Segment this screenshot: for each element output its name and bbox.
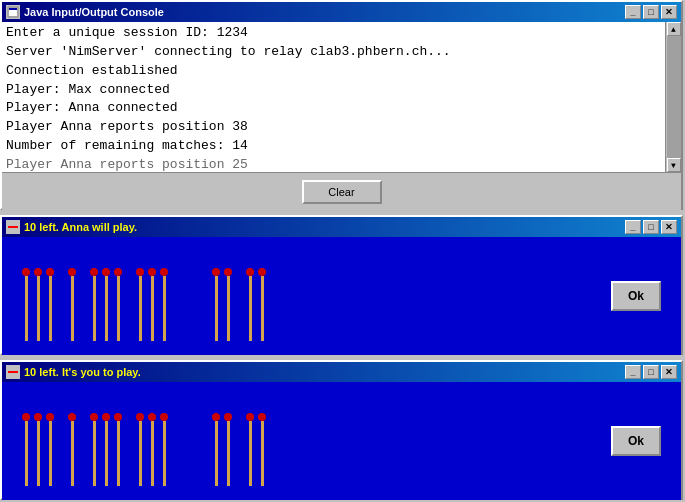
- match-stick: [163, 421, 166, 486]
- game-2-title-bar: 10 left. It's you to play. _ □ ✕: [2, 362, 681, 382]
- match-head: [22, 268, 30, 276]
- match-head: [22, 413, 30, 421]
- match: [160, 268, 168, 341]
- game-2-matches-area: [22, 396, 601, 486]
- game-1-ok-button[interactable]: Ok: [611, 281, 661, 311]
- match-head: [258, 268, 266, 276]
- match-head: [160, 413, 168, 421]
- scrollbar-up-button[interactable]: ▲: [667, 22, 681, 36]
- game-2-icon: [6, 365, 20, 379]
- match-head: [90, 413, 98, 421]
- game-2-window-controls: _ □ ✕: [625, 365, 677, 379]
- match-group-3: [90, 413, 126, 486]
- game-1-window-controls: _ □ ✕: [625, 220, 677, 234]
- match-stick: [37, 276, 40, 341]
- console-window: Java Input/Output Console _ □ ✕ Enter a …: [0, 0, 683, 210]
- match-head: [246, 268, 254, 276]
- game-2-ok-button[interactable]: Ok: [611, 426, 661, 456]
- match: [22, 413, 30, 486]
- match-head: [246, 413, 254, 421]
- match-stick: [139, 421, 142, 486]
- scrollbar-track[interactable]: [667, 36, 681, 158]
- game-1-matches-area: [22, 251, 601, 341]
- game-2-title-text: 10 left. It's you to play.: [24, 366, 625, 378]
- match-stick: [49, 421, 52, 486]
- match-head: [224, 413, 232, 421]
- match-head: [114, 413, 122, 421]
- match-group-2: [68, 413, 80, 486]
- game-1-body: Ok: [2, 237, 681, 355]
- match-stick: [37, 421, 40, 486]
- match-stick: [71, 421, 74, 486]
- console-minimize-button[interactable]: _: [625, 5, 641, 19]
- clear-button[interactable]: Clear: [302, 180, 382, 204]
- console-scrollbar[interactable]: ▲ ▼: [665, 22, 681, 172]
- match-head: [136, 413, 144, 421]
- game-1-title-bar: 10 left. Anna will play. _ □ ✕: [2, 217, 681, 237]
- match: [160, 413, 168, 486]
- console-line-5: Player: Anna connected: [6, 99, 661, 118]
- match: [246, 268, 254, 341]
- match-head: [46, 268, 54, 276]
- console-maximize-button[interactable]: □: [643, 5, 659, 19]
- match-stick: [215, 421, 218, 486]
- match-group-1: [22, 268, 58, 341]
- match-stick: [151, 421, 154, 486]
- match-group-4: [136, 413, 172, 486]
- console-close-button[interactable]: ✕: [661, 5, 677, 19]
- game-2-close-button[interactable]: ✕: [661, 365, 677, 379]
- console-window-controls: _ □ ✕: [625, 5, 677, 19]
- match-head: [224, 268, 232, 276]
- game-1-close-button[interactable]: ✕: [661, 220, 677, 234]
- match-head: [212, 268, 220, 276]
- match: [148, 413, 156, 486]
- match-stick: [261, 421, 264, 486]
- match-head: [148, 268, 156, 276]
- svg-rect-6: [8, 371, 18, 373]
- match-group-4: [136, 268, 172, 341]
- match-stick: [227, 276, 230, 341]
- console-line-2: Server 'NimServer' connecting to relay c…: [6, 43, 661, 62]
- match-head: [136, 268, 144, 276]
- match-group-6: [246, 413, 270, 486]
- console-line-1: Enter a unique session ID: 1234: [6, 24, 661, 43]
- match-head: [46, 413, 54, 421]
- scrollbar-down-button[interactable]: ▼: [667, 158, 681, 172]
- match: [212, 413, 220, 486]
- match: [90, 413, 98, 486]
- match-stick: [151, 276, 154, 341]
- console-title-text: Java Input/Output Console: [24, 6, 625, 18]
- console-line-8: Player Anna reports position 25: [6, 156, 661, 172]
- match-stick: [261, 276, 264, 341]
- match-stick: [117, 276, 120, 341]
- console-line-6: Player Anna reports position 38: [6, 118, 661, 137]
- game-window-1: 10 left. Anna will play. _ □ ✕: [0, 215, 683, 355]
- match-stick: [215, 276, 218, 341]
- match: [90, 268, 98, 341]
- game-1-icon: [6, 220, 20, 234]
- match-stick: [227, 421, 230, 486]
- match-head: [68, 413, 76, 421]
- console-line-3: Connection established: [6, 62, 661, 81]
- match: [136, 413, 144, 486]
- game-2-maximize-button[interactable]: □: [643, 365, 659, 379]
- match-stick: [249, 421, 252, 486]
- match-head: [258, 413, 266, 421]
- match-group-1: [22, 413, 58, 486]
- match-stick: [105, 421, 108, 486]
- match: [46, 268, 54, 341]
- game-1-minimize-button[interactable]: _: [625, 220, 641, 234]
- match-group-5: [212, 268, 236, 341]
- match-head: [34, 413, 42, 421]
- game-1-maximize-button[interactable]: □: [643, 220, 659, 234]
- match: [22, 268, 30, 341]
- match-head: [90, 268, 98, 276]
- game-2-minimize-button[interactable]: _: [625, 365, 641, 379]
- match: [34, 413, 42, 486]
- match-stick: [93, 421, 96, 486]
- match-stick: [93, 276, 96, 341]
- match: [102, 268, 110, 341]
- match-stick: [139, 276, 142, 341]
- match: [46, 413, 54, 486]
- match-head: [102, 268, 110, 276]
